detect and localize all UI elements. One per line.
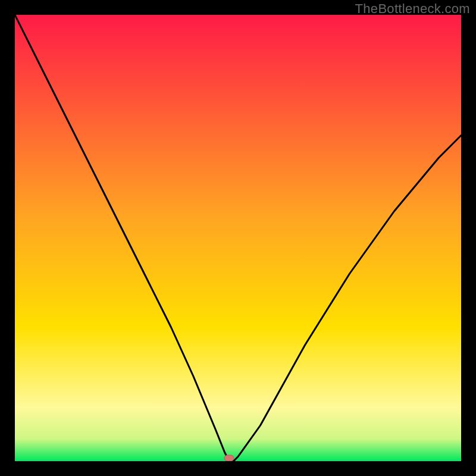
- bottleneck-curve-chart: [15, 15, 461, 461]
- chart-frame: TheBottleneck.com: [0, 0, 476, 476]
- optimum-marker: [224, 455, 234, 461]
- gradient-background: [15, 15, 461, 461]
- watermark-text: TheBottleneck.com: [355, 1, 470, 17]
- plot-area: [15, 15, 461, 461]
